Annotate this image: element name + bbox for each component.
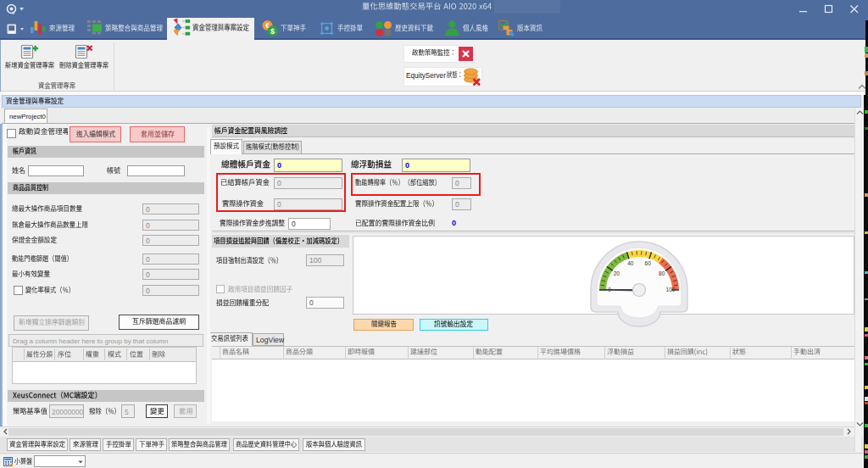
svg-text:100: 100 bbox=[666, 287, 676, 292]
svg-text:40: 40 bbox=[627, 260, 634, 266]
svg-text:20: 20 bbox=[614, 270, 620, 276]
svg-text:60: 60 bbox=[645, 260, 652, 266]
svg-text:80: 80 bbox=[659, 270, 665, 276]
svg-text:$: $ bbox=[270, 27, 275, 36]
